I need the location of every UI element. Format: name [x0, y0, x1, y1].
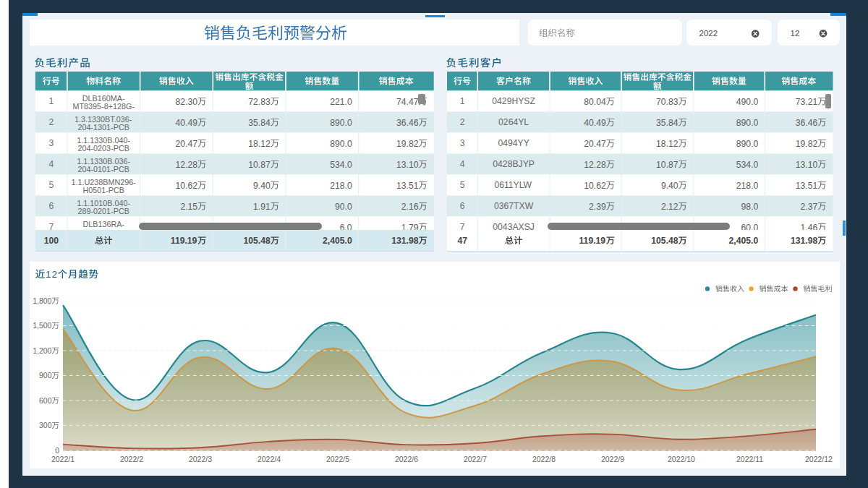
svg-text:0264YL: 0264YL [498, 117, 529, 127]
svg-text:9.40: 9.40 [661, 181, 678, 191]
svg-text:10.87: 10.87 [248, 160, 271, 170]
svg-text:47: 47 [457, 236, 467, 246]
svg-text:2022/9: 2022/9 [601, 455, 624, 463]
svg-text:19.82: 19.82 [796, 139, 818, 149]
svg-text:4: 4 [49, 159, 54, 169]
svg-text:2.37: 2.37 [801, 202, 818, 212]
svg-text:80.04: 80.04 [584, 97, 606, 107]
svg-text:204-0101-PCB: 204-0101-PCB [78, 165, 129, 174]
svg-text:900: 900 [39, 371, 52, 380]
svg-text:218.0: 218.0 [330, 181, 352, 191]
svg-text:MT8395-8+128G-: MT8395-8+128G- [73, 102, 135, 111]
svg-text:289-0201-PCB: 289-0201-PCB [78, 207, 129, 215]
svg-text:131.98: 131.98 [791, 236, 817, 246]
svg-text:13.51: 13.51 [796, 181, 818, 191]
svg-text:DLB136RA-: DLB136RA- [82, 220, 124, 228]
svg-text:100: 100 [44, 236, 59, 246]
svg-text:6: 6 [49, 201, 54, 211]
svg-text:131.98: 131.98 [391, 236, 418, 246]
svg-text:534.0: 534.0 [330, 160, 352, 170]
svg-text:1: 1 [49, 96, 54, 106]
svg-text:1: 1 [460, 96, 465, 106]
svg-text:5: 5 [460, 180, 465, 190]
svg-text:0: 0 [55, 446, 59, 455]
svg-text:2022/6: 2022/6 [395, 455, 418, 463]
svg-text:0494YY: 0494YY [498, 138, 529, 148]
svg-text:2022/5: 2022/5 [326, 455, 349, 463]
svg-text:35.84: 35.84 [656, 118, 678, 128]
svg-text:13.10: 13.10 [396, 160, 419, 170]
svg-text:2: 2 [51, 269, 57, 280]
svg-text:10.62: 10.62 [584, 181, 606, 191]
svg-text:2022/2: 2022/2 [120, 455, 143, 463]
svg-text:0428BJYP: 0428BJYP [493, 159, 535, 169]
svg-text:890.0: 890.0 [330, 118, 352, 128]
svg-text:1,800: 1,800 [33, 296, 51, 305]
svg-text:2022: 2022 [699, 29, 718, 38]
svg-text:221.0: 221.0 [330, 97, 352, 107]
svg-text:12.28: 12.28 [584, 160, 606, 170]
svg-text:12.28: 12.28 [176, 160, 198, 170]
svg-text:300: 300 [39, 421, 52, 429]
svg-text:0367TXW: 0367TXW [494, 201, 534, 211]
svg-text:2022/7: 2022/7 [464, 455, 487, 463]
svg-text:0429HYSZ: 0429HYSZ [492, 96, 535, 106]
svg-text:2.16: 2.16 [401, 202, 419, 212]
svg-text:1,500: 1,500 [33, 321, 51, 330]
svg-text:20.47: 20.47 [176, 139, 198, 149]
svg-text:18.12: 18.12 [248, 139, 271, 149]
svg-text:6: 6 [460, 201, 465, 211]
svg-text:70.83: 70.83 [656, 97, 678, 107]
svg-text:218.0: 218.0 [736, 181, 759, 191]
svg-text:18.12: 18.12 [656, 139, 678, 149]
svg-text:2022/3: 2022/3 [189, 455, 212, 463]
svg-text:35.84: 35.84 [248, 118, 271, 128]
svg-text:98.0: 98.0 [741, 202, 759, 212]
svg-text:2,405.0: 2,405.0 [323, 236, 352, 246]
svg-text:600: 600 [39, 396, 52, 405]
svg-text:2022/8: 2022/8 [532, 455, 556, 463]
svg-text:13.10: 13.10 [796, 160, 818, 170]
svg-text:19.82: 19.82 [396, 139, 419, 149]
svg-text:1.91: 1.91 [253, 202, 271, 212]
svg-text:10.62: 10.62 [176, 181, 198, 191]
svg-text:10.87: 10.87 [656, 160, 678, 170]
svg-text:105.48: 105.48 [244, 236, 271, 246]
svg-text:2022/1: 2022/1 [51, 455, 75, 463]
svg-text:2022/11: 2022/11 [736, 455, 763, 463]
svg-text:5: 5 [49, 180, 54, 190]
svg-text:1,200: 1,200 [33, 346, 51, 355]
svg-text:H0501-PCB: H0501-PCB [82, 186, 124, 194]
svg-text:72.83: 72.83 [248, 97, 271, 107]
svg-text:73.21: 73.21 [796, 97, 818, 107]
svg-text:890.0: 890.0 [736, 139, 759, 149]
svg-text:2.12: 2.12 [661, 202, 678, 212]
svg-text:204-1301-PCB: 204-1301-PCB [78, 123, 129, 132]
svg-text:1: 1 [46, 269, 51, 280]
svg-text:4: 4 [460, 159, 465, 169]
svg-text:204-0203-PCB: 204-0203-PCB [78, 144, 129, 153]
svg-text:90.0: 90.0 [335, 202, 352, 212]
svg-text:2,405.0: 2,405.0 [729, 236, 759, 246]
svg-text:2.39: 2.39 [589, 202, 606, 212]
svg-text:119.19: 119.19 [171, 236, 197, 246]
svg-text:2: 2 [460, 117, 465, 127]
svg-text:0611YLW: 0611YLW [494, 180, 532, 190]
svg-text:3: 3 [460, 138, 465, 148]
svg-text:2: 2 [49, 117, 54, 127]
svg-text:2022/12: 2022/12 [805, 455, 833, 463]
svg-text:105.48: 105.48 [651, 236, 678, 246]
svg-text:534.0: 534.0 [736, 160, 759, 170]
svg-text:890.0: 890.0 [330, 139, 352, 149]
svg-text:74.47: 74.47 [396, 97, 419, 107]
svg-text:2.15: 2.15 [180, 202, 197, 212]
svg-text:3: 3 [49, 138, 54, 148]
svg-text:2022/4: 2022/4 [258, 455, 281, 463]
svg-text:119.19: 119.19 [579, 236, 606, 246]
svg-text:36.46: 36.46 [796, 118, 818, 128]
svg-text:2022/10: 2022/10 [668, 455, 695, 463]
svg-text:36.46: 36.46 [396, 118, 419, 128]
svg-text:490.0: 490.0 [736, 97, 759, 107]
svg-text:82.30: 82.30 [176, 97, 198, 107]
svg-text:12: 12 [791, 29, 800, 38]
